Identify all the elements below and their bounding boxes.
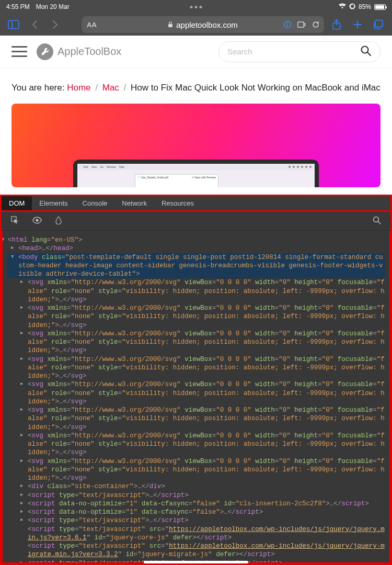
- svg-point-5: [287, 22, 288, 24]
- ipad-status-bar: 4:55 PM Mon 20 Mar 85%: [0, 0, 392, 14]
- home-indicator[interactable]: [144, 561, 248, 563]
- select-element-icon[interactable]: [11, 216, 19, 227]
- macbook-frame: Edit View Go Window Help 📄 Get_Started_G…: [73, 160, 319, 187]
- paint-icon[interactable]: [55, 216, 62, 227]
- tab-dom[interactable]: DOM: [2, 196, 32, 210]
- svg-rect-1: [8, 20, 19, 29]
- share-button[interactable]: [328, 16, 345, 33]
- back-button[interactable]: [26, 16, 43, 33]
- mac-menu-item: Help: [119, 165, 124, 168]
- site-search[interactable]: [218, 41, 381, 62]
- multitask-dots[interactable]: [190, 6, 202, 8]
- sidebar-toggle-button[interactable]: [5, 16, 22, 33]
- dom-tree[interactable]: ▼<html lang="en-US">▶<head>…</head>▼<bod…: [2, 231, 390, 563]
- menu-button[interactable]: [11, 46, 27, 57]
- battery-percent: 85%: [359, 3, 371, 10]
- mac-menu-item: Go: [100, 165, 103, 168]
- orientation-lock-icon: [349, 3, 355, 11]
- inspector-search-icon[interactable]: [373, 216, 381, 226]
- visibility-icon[interactable]: [32, 217, 42, 226]
- site-logo[interactable]: AppleToolBox: [37, 43, 121, 60]
- tab-resources[interactable]: Resources: [154, 196, 201, 210]
- url-text: appletoolbox.com: [176, 20, 238, 29]
- search-input[interactable]: [227, 47, 360, 56]
- mac-menu-item: View: [91, 165, 97, 168]
- breadcrumb-home[interactable]: Home: [67, 83, 90, 93]
- reader-aa-button[interactable]: AA: [87, 21, 97, 29]
- site-header: AppleToolBox: [0, 36, 392, 68]
- safari-toolbar: AA appletoolbox.com: [0, 14, 392, 36]
- breadcrumb-prefix: You are here:: [11, 83, 67, 93]
- svg-rect-3: [168, 24, 172, 27]
- breadcrumb: You are here: Home / Mac / How to Fix Ma…: [0, 68, 392, 104]
- search-icon[interactable]: [360, 45, 372, 59]
- tab-elements[interactable]: Elements: [32, 196, 75, 210]
- svg-point-16: [374, 217, 379, 222]
- mac-menu-item: Window: [107, 165, 116, 168]
- url-bar[interactable]: AA appletoolbox.com: [82, 16, 324, 33]
- svg-rect-11: [375, 20, 383, 27]
- status-time: 4:55 PM: [6, 3, 30, 10]
- new-tab-button[interactable]: [349, 16, 366, 33]
- mac-menu-item: Edit: [84, 165, 88, 168]
- svg-line-17: [378, 222, 381, 224]
- lock-icon: [168, 20, 173, 29]
- svg-line-13: [367, 52, 371, 55]
- article-hero-image: Edit View Go Window Help 📄 Get_Started_G…: [11, 104, 381, 187]
- page-content: AppleToolBox You are here: Home / Mac / …: [0, 36, 392, 187]
- inspector-tabs: DOM Elements Console Network Resources: [2, 196, 390, 212]
- privacy-report-icon[interactable]: [283, 20, 292, 29]
- breadcrumb-current: How to Fix Mac Quick Look Not Working on…: [131, 83, 381, 93]
- svg-point-15: [36, 219, 38, 221]
- extensions-icon[interactable]: [297, 20, 306, 29]
- breadcrumb-category[interactable]: Mac: [102, 83, 119, 93]
- tabs-overview-button[interactable]: [370, 16, 387, 33]
- tab-network[interactable]: Network: [114, 196, 154, 210]
- forward-button[interactable]: [47, 16, 64, 33]
- wrench-icon: [37, 43, 53, 60]
- web-inspector-panel: DOM Elements Console Network Resources ▼…: [0, 195, 392, 565]
- reload-icon[interactable]: [312, 20, 320, 29]
- quicklook-window: 📄 Get_Started_Guide.pdf ↗ Open with Prev…: [135, 174, 218, 187]
- wifi-icon: [339, 3, 346, 10]
- svg-rect-6: [287, 24, 288, 27]
- battery-icon: [374, 4, 386, 10]
- inspector-toolbar: [2, 212, 390, 231]
- status-date: Mon 20 Mar: [36, 3, 70, 10]
- site-name: AppleToolBox: [57, 46, 121, 58]
- tab-console[interactable]: Console: [75, 196, 115, 210]
